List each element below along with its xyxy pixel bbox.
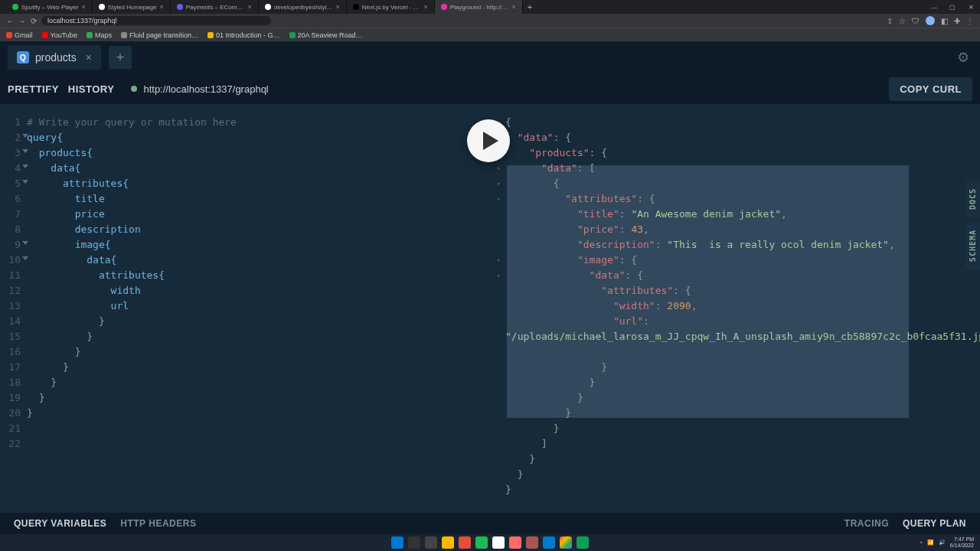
close-tab-icon[interactable]: × — [335, 3, 339, 11]
app3-icon[interactable] — [509, 536, 521, 549]
bookmark-label: 01 Introduction - G… — [216, 31, 280, 39]
bottom-bar: QUERY VARIABLES HTTP HEADERS TRACING QUE… — [0, 513, 980, 534]
bookmark-item[interactable]: 20A Seaview Road… — [289, 31, 363, 39]
puzzle-icon[interactable]: ✚ — [954, 17, 960, 25]
address-bar: ← → ⟳ localhost:1337/graphql ⇪ ☆ 🛡 ◧ ✚ ⋮ — [0, 14, 980, 28]
bookmark-favicon — [289, 32, 296, 38]
forward-button[interactable]: → — [18, 17, 26, 25]
close-tab-icon[interactable]: × — [82, 3, 86, 11]
result-viewer[interactable]: ▾▾▾▾ ▾▾ ▾▾ { "data": { "products": { "da… — [490, 104, 980, 513]
settings-icon[interactable]: ⚙ — [957, 49, 969, 66]
playground-toolbar: PRETTIFY HISTORY http://localhost:1337/g… — [0, 73, 980, 104]
shield-icon[interactable]: 🛡 — [912, 17, 920, 25]
http-headers-tab[interactable]: HTTP HEADERS — [120, 518, 196, 529]
playground-tab-products[interactable]: Q products × — [8, 45, 101, 70]
add-playground-tab-button[interactable]: + — [109, 46, 132, 69]
taskview-icon[interactable] — [425, 536, 437, 549]
bookmark-label: Maps — [95, 31, 112, 39]
close-tab-icon[interactable]: × — [86, 51, 92, 64]
close-tab-icon[interactable]: × — [423, 3, 427, 11]
favicon — [441, 4, 447, 10]
bookmark-item[interactable]: YouTube — [42, 31, 77, 39]
app-icon[interactable] — [459, 536, 471, 549]
clock[interactable]: 7:47 PM 6/14/2022 — [950, 536, 974, 549]
tab-title: Spotify – Web Player — [21, 4, 79, 11]
bookmark-favicon — [207, 32, 214, 38]
extension-icon[interactable]: ◧ — [941, 17, 948, 25]
bookmark-label: YouTube — [51, 31, 77, 39]
bookmark-item[interactable]: 01 Introduction - G… — [207, 31, 280, 39]
explorer-icon[interactable] — [442, 536, 454, 549]
query-variables-tab[interactable]: QUERY VARIABLES — [14, 518, 106, 529]
volume-icon[interactable]: 🔊 — [939, 540, 946, 546]
bookmark-favicon — [6, 32, 12, 38]
bookmark-label: Fluid page transition… — [129, 31, 198, 39]
graphql-playground: Q products × + ⚙ PRETTIFY HISTORY http:/… — [0, 41, 980, 534]
back-button[interactable]: ← — [6, 17, 14, 25]
close-window-button[interactable]: ✕ — [962, 0, 980, 14]
tab-title: Next.js by Vercel - The React Fra… — [362, 4, 421, 11]
query-plan-tab[interactable]: QUERY PLAN — [903, 518, 966, 529]
start-icon[interactable] — [391, 536, 403, 549]
new-tab-button[interactable]: + — [523, 2, 537, 11]
endpoint-input[interactable]: http://localhost:1337/graphql — [131, 83, 268, 95]
bookmark-favicon — [87, 32, 93, 38]
profile-avatar[interactable] — [926, 16, 935, 25]
tab-title: Styled Homepage — [108, 4, 157, 11]
reload-button[interactable]: ⟳ — [31, 17, 37, 25]
playground-tab-bar: Q products × + ⚙ — [0, 41, 980, 73]
url-input[interactable]: localhost:1337/graphql — [41, 16, 271, 25]
play-icon — [483, 132, 498, 150]
docs-tab[interactable]: DOCS — [965, 181, 980, 217]
bookmark-item[interactable]: Fluid page transition… — [121, 31, 198, 39]
favicon — [265, 4, 271, 10]
prettify-button[interactable]: PRETTIFY — [8, 83, 59, 95]
favicon — [99, 4, 105, 10]
app2-icon[interactable] — [492, 536, 505, 549]
share-icon[interactable]: ⇪ — [887, 17, 893, 25]
browser-tab[interactable]: Payments – ECommerce – Strip…× — [171, 0, 259, 14]
browser-tab[interactable]: Spotify – Web Player× — [6, 0, 93, 14]
graphql-icon: Q — [17, 51, 29, 64]
copy-curl-button[interactable]: COPY CURL — [889, 77, 972, 101]
endpoint-url: http://localhost:1337/graphql — [143, 83, 268, 95]
browser-tab[interactable]: Playground - http://localhost:1…× — [435, 0, 523, 14]
schema-tab[interactable]: SCHEMA — [965, 222, 980, 269]
history-button[interactable]: HISTORY — [68, 83, 115, 95]
app5-icon[interactable] — [577, 536, 589, 549]
tracing-tab[interactable]: TRACING — [844, 518, 889, 529]
close-tab-icon[interactable]: × — [511, 3, 515, 11]
maximize-button[interactable]: ▢ — [943, 0, 962, 14]
url-text: localhost:1337/graphql — [47, 17, 117, 24]
search-icon[interactable] — [408, 536, 420, 549]
wifi-icon[interactable]: 📶 — [927, 540, 934, 546]
query-editor[interactable]: 12345678910111213141516171819202122 # Wr… — [0, 104, 490, 513]
browser-tab[interactable]: Styled Homepage× — [93, 0, 171, 14]
minimize-button[interactable]: — — [925, 0, 943, 14]
browser-tab[interactable]: developedbyed/styled-frontend…× — [259, 0, 347, 14]
execute-query-button[interactable] — [467, 119, 510, 162]
browser-tab-strip: Spotify – Web Player×Styled Homepage×Pay… — [0, 0, 980, 14]
endpoint-status-dot — [131, 86, 137, 92]
close-tab-icon[interactable]: × — [247, 3, 251, 11]
bookmark-favicon — [42, 32, 48, 38]
favicon — [177, 4, 183, 10]
browser-tab[interactable]: Next.js by Vercel - The React Fra…× — [347, 0, 435, 14]
tray-chevron-icon[interactable]: ^ — [920, 540, 923, 546]
menu-icon[interactable]: ⋮ — [966, 17, 974, 25]
vscode-icon[interactable] — [543, 536, 555, 549]
tab-label: products — [35, 51, 77, 64]
chrome-icon[interactable] — [560, 536, 572, 549]
star-icon[interactable]: ☆ — [899, 17, 906, 25]
tab-title: Payments – ECommerce – Strip… — [186, 4, 245, 11]
editor-area: 12345678910111213141516171819202122 # Wr… — [0, 104, 980, 513]
favicon — [353, 4, 359, 10]
close-tab-icon[interactable]: × — [159, 3, 163, 11]
tab-title: developedbyed/styled-frontend… — [274, 4, 333, 11]
favicon — [12, 4, 18, 10]
bookmark-item[interactable]: Maps — [87, 31, 112, 39]
spotify-icon[interactable] — [475, 536, 488, 549]
bookmark-item[interactable]: Gmail — [6, 31, 33, 39]
bookmarks-bar: GmailYouTubeMapsFluid page transition…01… — [0, 28, 980, 41]
app4-icon[interactable] — [526, 536, 538, 549]
